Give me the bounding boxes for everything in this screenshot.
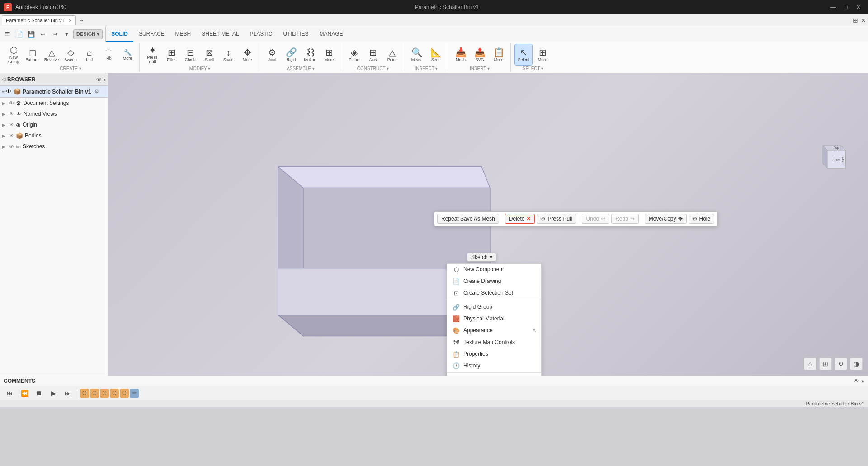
press-pull-button[interactable]: ⚙ Press Pull [537,214,576,224]
ctx-create-drawing[interactable]: 📄 Create Drawing [447,275,541,287]
redo-button[interactable]: ↪ [50,29,60,39]
timeline-play-button[interactable]: ▶ [47,387,60,400]
browser-more-icon[interactable]: ▸ [104,76,106,83]
select-more-btn[interactable]: ⊞More [533,44,552,66]
plane-btn[interactable]: ◈Plane [345,44,363,66]
browser-collapse-button[interactable]: ◁ [2,76,5,82]
browser-item-bodies[interactable]: ▶ 👁 📦 Bodies [0,130,108,141]
viewport-orbit-button[interactable]: ↻ [835,358,847,370]
visibility-eye[interactable]: 👁 [9,144,14,149]
visibility-eye[interactable]: 👁 [9,111,14,117]
browser-item-origin[interactable]: ▶ 👁 ⊕ Origin [0,119,108,130]
ctx-properties[interactable]: 📋 Properties [447,348,541,360]
comments-expand-icon[interactable]: ▸ [862,378,864,384]
rib-btn[interactable]: ⌒Rib [99,44,118,66]
revolve-btn[interactable]: △Revolve [42,44,61,66]
ctx-appearance[interactable]: 🎨 Appearance A [447,325,541,336]
sketch-dropdown[interactable]: Sketch ▾ [467,253,496,262]
insert-mesh-btn[interactable]: 📥Mesh [452,44,470,66]
viewcube[interactable]: Top Right Front [814,137,850,173]
close-button[interactable]: ✕ [853,3,864,12]
move-copy-button[interactable]: Move/Copy ✥ [645,214,687,224]
section-btn[interactable]: 📐Sect. [427,44,445,66]
browser-item-doc-settings[interactable]: ▶ 👁 ⚙ Document Settings [0,98,108,108]
delete-button[interactable]: Delete ✕ [505,214,535,224]
insert-more-btn[interactable]: 📋More [490,44,508,66]
ctx-physical-material[interactable]: 🧱 Physical Material [447,313,541,325]
insert-svg-btn[interactable]: 📤SVG [471,44,489,66]
undo-button[interactable]: Undo ↩ [582,214,609,224]
timeline-item-6[interactable]: ✏ [130,389,139,398]
extrude-btn[interactable]: ◻Extrude [24,44,42,66]
ctx-rigid-group[interactable]: 🔗 Rigid Group [447,301,541,313]
save-button[interactable]: 💾 [26,29,36,39]
measure-btn[interactable]: 🔍Meas. [408,44,426,66]
app-menu-button[interactable]: ☰ [3,29,13,39]
press-pull-btn[interactable]: ✦PressPull [143,44,161,66]
ribbon-tab-plastic[interactable]: PLASTIC [245,26,278,42]
scale-btn[interactable]: ↕Scale [219,44,237,66]
rigid-btn[interactable]: 🔗Rigid [282,44,300,66]
ribbon-tab-solid[interactable]: SOLID [106,26,133,42]
timeline-item-4[interactable]: ⬡ [110,389,119,398]
select-btn[interactable]: ↖Select [514,44,533,66]
ribbon-tab-surface[interactable]: SURFACE [133,26,170,42]
quick-access-dropdown[interactable]: ▾ [61,29,71,39]
root-collapse-arrow[interactable]: ▾ [2,89,4,94]
shell-btn[interactable]: ⊠Shell [200,44,218,66]
tab-icon-2[interactable]: ✕ [861,17,866,24]
minimize-button[interactable]: — [827,3,839,12]
design-dropdown-button[interactable]: DESIGN ▾ [73,29,103,39]
ctx-history[interactable]: 🕐 History [447,360,541,372]
webworkflow-btn[interactable]: 🔧More [118,44,137,66]
motion-btn[interactable]: ⛓Motion [301,44,319,66]
axis-btn[interactable]: ⊞Axis [364,44,382,66]
browser-item-named-views[interactable]: ▶ 👁 👁 Named Views [0,108,108,119]
tab-icon-1[interactable]: ⊞ [853,17,858,24]
joint-btn[interactable]: ⚙Joint [263,44,281,66]
root-settings-icon[interactable]: ⚙ [94,89,99,94]
undo-button[interactable]: ↩ [38,29,48,39]
chamfer-btn[interactable]: ⊟Chmfr [181,44,199,66]
viewport-display-mode-button[interactable]: ◑ [850,358,863,370]
ctx-new-component[interactable]: ⬡ New Component [447,264,541,275]
timeline-item-3[interactable]: ⬡ [100,389,109,398]
timeline-item-2[interactable]: ⬡ [90,389,99,398]
timeline-prev-button[interactable]: ⏪ [18,387,31,400]
visibility-eye[interactable]: 👁 [9,122,14,127]
sweep-btn[interactable]: ◇Sweep [61,44,80,66]
root-eye-icon[interactable]: 👁 [6,88,12,95]
ribbon-tab-sheet-metal[interactable]: SHEET METAL [196,26,244,42]
viewport-home-button[interactable]: ⌂ [804,358,816,370]
hole-button[interactable]: ⚙ Hole [689,214,715,224]
browser-root-item[interactable]: ▾ 👁 📦 Parametric Schaller Bin v1 ⚙ [0,86,108,98]
comments-eye-icon[interactable]: 👁 [854,378,859,384]
ribbon-tab-utilities[interactable]: UTILITIES [278,26,314,42]
timeline-start-button[interactable]: ⏮ [4,387,16,400]
ctx-release-change-order[interactable]: 🔄 Release with Change Order [447,374,541,376]
timeline-item-5[interactable]: ⬡ [120,389,129,398]
viewport-fit-button[interactable]: ⊞ [819,358,832,370]
ribbon-tab-manage[interactable]: MANAGE [314,26,349,42]
visibility-eye[interactable]: 👁 [9,100,14,106]
new-component-btn[interactable]: ⬡NewComp [5,44,23,66]
repeat-save-as-mesh-button[interactable]: Repeat Save As Mesh [437,214,499,224]
loft-btn[interactable]: ⌂Loft [80,44,99,66]
more-modify-btn[interactable]: ✥More [238,44,256,66]
browser-item-sketches[interactable]: ▶ 👁 ✏ Sketches [0,141,108,152]
timeline-end-button[interactable]: ⏭ [61,387,74,400]
timeline-item-1[interactable]: ⬡ [80,389,89,398]
redo-button[interactable]: Redo ↪ [611,214,639,224]
browser-eye-icon[interactable]: 👁 [96,76,102,83]
ctx-texture-map[interactable]: 🗺 Texture Map Controls [447,336,541,348]
more-assemble-btn[interactable]: ⊞More [320,44,338,66]
document-tab[interactable]: Parametric Schaller Bin v1 ✕ [2,15,76,25]
visibility-eye[interactable]: 👁 [9,133,14,138]
fillet-btn[interactable]: ⊞Fillet [162,44,180,66]
timeline-stop-button[interactable]: ⏹ [33,387,45,400]
tab-close-button[interactable]: ✕ [68,18,72,23]
ctx-create-selection-set[interactable]: ⊡ Create Selection Set [447,287,541,299]
new-tab-button[interactable]: + [77,16,86,25]
viewport[interactable]: Repeat Save As Mesh Delete ✕ ⚙ Press Pul… [108,73,868,376]
new-button[interactable]: 📄 [14,29,24,39]
